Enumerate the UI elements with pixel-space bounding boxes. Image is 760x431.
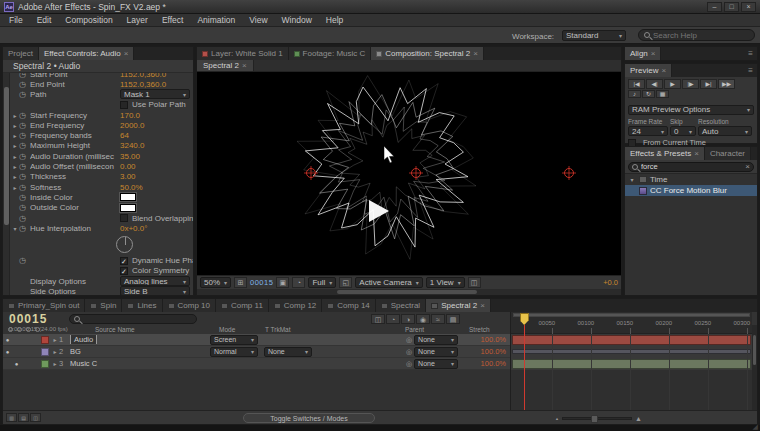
stopwatch-icon[interactable]: ◷	[19, 73, 30, 79]
tab-footage-music-c[interactable]: Footage: Music C	[289, 47, 372, 60]
visibility-toggle[interactable]: ●	[3, 337, 12, 343]
tab-spectral-2-viewer[interactable]: Spectral 2 ×	[197, 60, 254, 71]
work-area-bar[interactable]	[513, 313, 750, 317]
zoom-in-mountain-icon[interactable]: ▲	[635, 415, 642, 422]
stopwatch-icon[interactable]: ◷	[19, 141, 30, 150]
next-frame-button[interactable]: |▶	[682, 79, 699, 89]
column-parent[interactable]: Parent	[405, 326, 424, 333]
twirl-icon[interactable]: ▸	[11, 132, 19, 139]
frame-blend-button[interactable]: ◉	[416, 314, 430, 324]
menu-view[interactable]: View	[242, 15, 274, 25]
tab-spectral-2[interactable]: Spectral 2×	[426, 299, 491, 312]
stopwatch-icon[interactable]: ◷	[19, 214, 30, 223]
play-button[interactable]: ▶	[664, 79, 681, 89]
close-icon[interactable]: ×	[473, 49, 478, 58]
parent-select[interactable]: None▾	[414, 335, 458, 345]
column-trkmat[interactable]: T TrkMat	[265, 326, 291, 333]
zoom-select[interactable]: 50% ▾	[200, 277, 231, 288]
panel-menu-icon[interactable]: ≡	[744, 64, 757, 77]
menu-composition[interactable]: Composition	[58, 15, 119, 25]
resolution-select[interactable]: Full ▾	[308, 277, 336, 288]
twirl-icon[interactable]: ▸	[51, 360, 59, 367]
help-search-input[interactable]	[653, 31, 743, 40]
property-select[interactable]: Side B▾	[120, 286, 190, 295]
mode-select[interactable]: Screen▾	[210, 335, 258, 345]
twirl-icon[interactable]: ▾	[11, 225, 19, 232]
workspace-select[interactable]: Standard ▾	[562, 30, 626, 41]
tab-preview[interactable]: Preview ×	[625, 64, 672, 77]
exposure-value[interactable]: +0.0	[603, 278, 618, 287]
menu-file[interactable]: File	[2, 15, 30, 25]
minimize-button[interactable]: –	[707, 2, 722, 12]
property-checkbox[interactable]	[120, 214, 128, 222]
scrollbar-thumb[interactable]	[753, 335, 756, 365]
stopwatch-icon[interactable]: ◷	[19, 131, 30, 140]
help-search-box[interactable]	[638, 29, 755, 41]
layer-row[interactable]: ●▸3Music C◎None▾100.0%	[3, 358, 510, 370]
grid-guides-icon[interactable]: ⊞	[234, 277, 247, 288]
property-value[interactable]: 3240.0	[120, 141, 144, 150]
layer-label-swatch[interactable]	[41, 348, 49, 356]
property-value[interactable]: 64	[120, 131, 129, 140]
field-select[interactable]: Auto▾	[698, 126, 752, 136]
effect-item[interactable]: CC Force Motion Blur	[625, 185, 757, 196]
draft-3d-button[interactable]: ◔	[386, 314, 400, 324]
stopwatch-icon[interactable]: ◷	[19, 224, 30, 233]
audio-toggle[interactable]: ●	[12, 361, 21, 367]
shuttle-button[interactable]: ▦	[656, 90, 669, 98]
tab-spectral[interactable]: Spectral	[376, 299, 426, 312]
region-of-interest-icon[interactable]: ◱	[339, 277, 352, 288]
angle-dial[interactable]	[116, 236, 133, 253]
pick-whip-icon[interactable]: ◎	[406, 360, 412, 368]
twirl-icon[interactable]: ▸	[11, 163, 19, 170]
tab-layer-white-solid-1[interactable]: Layer: White Solid 1	[197, 47, 289, 60]
panel-menu-icon[interactable]: ≡	[744, 47, 757, 60]
expand-layer-switches-button[interactable]: ▥	[6, 413, 17, 422]
cti-line[interactable]	[524, 324, 525, 410]
timeline-search-input[interactable]	[83, 316, 192, 323]
layer-duration-bar[interactable]	[512, 349, 751, 354]
twirl-icon[interactable]: ▾	[628, 176, 636, 183]
effects-search-input[interactable]	[641, 162, 742, 171]
stopwatch-icon[interactable]: ◷	[19, 90, 30, 99]
effects-search-box[interactable]: ×	[628, 162, 754, 172]
previous-frame-button[interactable]: ◀|	[646, 79, 663, 89]
timeline-search-box[interactable]	[69, 314, 197, 324]
property-value[interactable]: 1152.0,360.0	[120, 80, 166, 89]
menu-layer[interactable]: Layer	[120, 15, 155, 25]
layer-row[interactable]: ●▸2BGNormal▾None▾◎None▾100.0%	[3, 346, 510, 358]
stopwatch-icon[interactable]: ◷	[19, 162, 30, 171]
menu-window[interactable]: Window	[275, 15, 319, 25]
column-mode[interactable]: Mode	[219, 326, 235, 333]
zoom-slider[interactable]	[562, 417, 632, 420]
twirl-icon[interactable]: ▸	[11, 153, 19, 160]
parent-select[interactable]: None▾	[414, 359, 458, 369]
stopwatch-icon[interactable]: ◷	[19, 193, 30, 202]
timeline-vertical-scrollbar[interactable]	[752, 325, 757, 410]
stopwatch-icon[interactable]: ◷	[19, 256, 30, 265]
menu-effect[interactable]: Effect	[155, 15, 191, 25]
audio-toggle-button[interactable]: ♪	[628, 90, 641, 98]
close-icon[interactable]: ×	[661, 66, 666, 75]
clear-search-icon[interactable]: ×	[745, 162, 750, 171]
ram-preview-button[interactable]: ▶▶	[718, 79, 735, 89]
property-select[interactable]: Analog lines▾	[120, 276, 190, 286]
snapshot-icon[interactable]: ▣	[276, 277, 289, 288]
camera-select[interactable]: Active Camera ▾	[355, 277, 422, 288]
property-checkbox[interactable]: ✓	[120, 267, 128, 275]
menu-edit[interactable]: Edit	[30, 15, 59, 25]
close-icon[interactable]: ×	[242, 61, 247, 70]
layer-label-swatch[interactable]	[41, 336, 49, 344]
show-channel-icon[interactable]: ◔	[292, 277, 305, 288]
maximize-button[interactable]: □	[724, 2, 739, 12]
first-frame-button[interactable]: |◀	[628, 79, 645, 89]
zoom-slider-thumb[interactable]	[591, 415, 598, 423]
pick-whip-icon[interactable]: ◎	[406, 336, 412, 344]
twirl-icon[interactable]: ▸	[51, 348, 59, 355]
tab-composition-spectral-2[interactable]: Composition: Spectral 2×	[371, 47, 484, 60]
color-swatch[interactable]	[120, 204, 136, 212]
tab-character[interactable]: Character	[705, 147, 751, 160]
visibility-toggle[interactable]: ●	[3, 349, 12, 355]
tab-primary-spin-out[interactable]: Primary_Spin out	[3, 299, 85, 312]
resize-grip[interactable]: ◢	[753, 423, 758, 431]
